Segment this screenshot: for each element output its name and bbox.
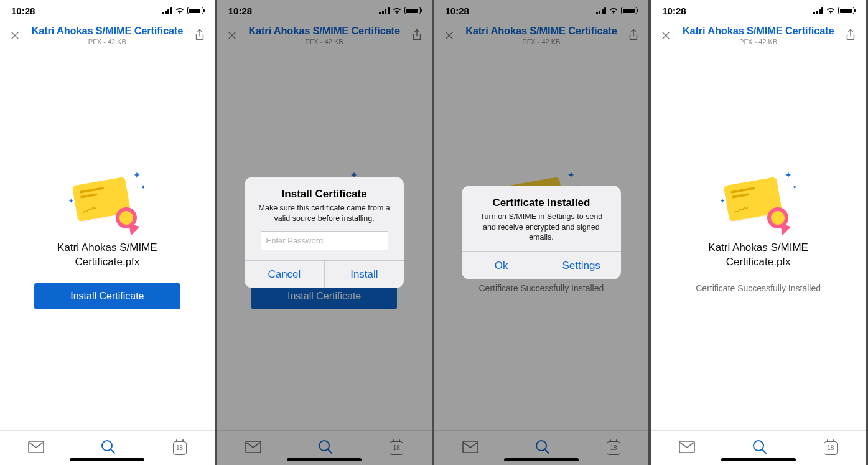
battery-icon [187, 7, 203, 14]
home-indicator[interactable] [70, 458, 144, 461]
calendar-icon: 18 [173, 441, 187, 455]
dialog-title: Install Certificate [253, 188, 395, 200]
nav-subtitle: PFX - 42 KB [22, 38, 192, 45]
wifi-icon [175, 7, 185, 14]
close-icon [660, 30, 671, 41]
close-button[interactable] [7, 30, 22, 41]
certificate-filename: Katri Ahokas S/MIMECertificate.pfx [57, 241, 157, 270]
main-content: ✦✦✦ Katri Ahokas S/MIMECertificate.pfx I… [0, 52, 215, 430]
home-indicator[interactable] [721, 458, 796, 461]
share-button[interactable] [192, 29, 207, 42]
status-indicators [813, 7, 855, 14]
screen-1: 10:28 Katri Ahokas S/MIME Certificate PF… [0, 0, 217, 465]
install-button[interactable]: Install [325, 261, 404, 288]
mail-tab[interactable] [28, 441, 44, 456]
modal-overlay: Certificate Installed Turn on S/MIME in … [434, 0, 649, 465]
nav-title-block: Katri Ahokas S/MIME Certificate PFX - 42… [673, 25, 843, 45]
status-bar: 10:28 [0, 0, 215, 21]
battery-icon [838, 7, 854, 14]
share-icon [194, 29, 206, 42]
calendar-tab[interactable]: 18 [173, 441, 187, 455]
nav-title: Katri Ahokas S/MIME Certificate [22, 25, 192, 37]
search-tab[interactable] [100, 439, 116, 458]
clock: 10:28 [11, 6, 35, 16]
modal-overlay: Install Certificate Make sure this certi… [217, 0, 432, 465]
wifi-icon [826, 7, 836, 14]
mail-tab[interactable] [679, 441, 695, 456]
nav-bar: Katri Ahokas S/MIME Certificate PFX - 42… [0, 21, 215, 52]
main-content: ✦✦✦ Katri Ahokas S/MIMECertificate.pfx C… [651, 52, 866, 430]
svg-rect-0 [29, 441, 44, 453]
dialog-message: Make sure this certificate came from a v… [253, 203, 395, 224]
screen-2: 10:28 Katri Ahokas S/MIME Certificate PF… [217, 0, 434, 465]
svg-rect-6 [679, 441, 694, 453]
install-certificate-button[interactable]: Install Certificate [34, 283, 180, 309]
settings-button[interactable]: Settings [541, 252, 621, 279]
password-input[interactable] [261, 231, 388, 250]
dialog-title: Certificate Installed [470, 197, 612, 209]
cancel-button[interactable]: Cancel [245, 261, 325, 288]
close-icon [9, 30, 21, 41]
calendar-icon: 18 [824, 441, 838, 455]
share-icon [844, 29, 857, 42]
status-indicators [162, 7, 203, 14]
nav-title: Katri Ahokas S/MIME Certificate [673, 25, 843, 37]
calendar-tab[interactable]: 18 [824, 441, 838, 455]
search-icon [100, 439, 116, 455]
nav-subtitle: PFX - 42 KB [673, 38, 843, 45]
install-dialog: Install Certificate Make sure this certi… [245, 177, 404, 289]
status-bar: 10:28 [651, 0, 866, 21]
share-button[interactable] [843, 29, 858, 42]
search-tab[interactable] [752, 439, 768, 458]
install-status: Certificate Successfully Installed [696, 283, 821, 293]
installed-dialog: Certificate Installed Turn on S/MIME in … [462, 186, 621, 280]
dialog-message: Turn on S/MIME in Settings to send and r… [470, 212, 612, 243]
cellular-icon [813, 7, 824, 14]
clock: 10:28 [662, 6, 686, 16]
nav-title-block: Katri Ahokas S/MIME Certificate PFX - 42… [22, 25, 192, 45]
certificate-filename: Katri Ahokas S/MIMECertificate.pfx [708, 241, 808, 270]
certificate-illustration: ✦✦✦ [70, 170, 144, 232]
ok-button[interactable]: Ok [462, 252, 542, 279]
screen-4: 10:28 Katri Ahokas S/MIME Certificate PF… [651, 0, 868, 465]
mail-icon [28, 441, 44, 453]
mail-icon [679, 441, 695, 453]
search-icon [752, 439, 768, 455]
screen-3: 10:28 Katri Ahokas S/MIME Certificate PF… [434, 0, 651, 465]
cellular-icon [162, 7, 172, 14]
nav-bar: Katri Ahokas S/MIME Certificate PFX - 42… [651, 21, 866, 52]
close-button[interactable] [658, 30, 673, 41]
certificate-illustration: ✦✦✦ [721, 170, 796, 232]
